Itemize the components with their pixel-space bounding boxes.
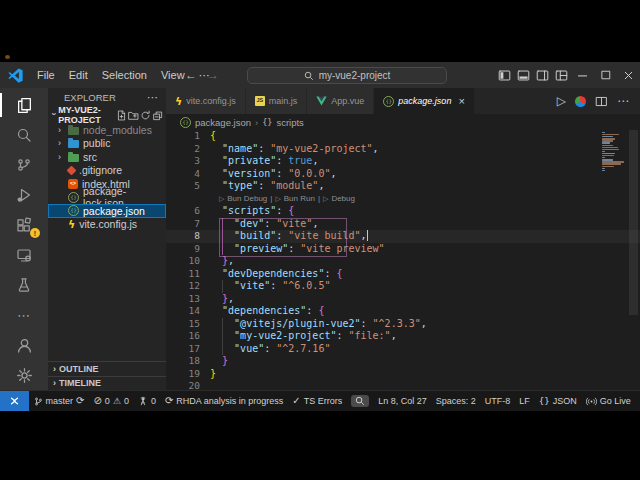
node_modules-icon <box>68 125 79 135</box>
activity-search[interactable] <box>0 120 48 150</box>
branch-icon <box>34 396 43 407</box>
status-branch[interactable]: master⟳ <box>29 391 89 411</box>
tab-close-icon[interactable]: × <box>458 96 464 107</box>
activity-accounts[interactable] <box>0 330 48 360</box>
text-cursor <box>367 230 368 241</box>
code-line-7: 7 "dev": "vite", <box>166 218 640 231</box>
codelens-run-icon: ▷ <box>275 193 280 206</box>
go-live-icon <box>586 396 597 407</box>
tabs: ϟvite.config.jsJSmain.jsApp.vue{}package… <box>166 88 475 114</box>
new-file-icon[interactable] <box>116 110 127 121</box>
activity-extensions[interactable]: ! <box>0 210 48 240</box>
run-file-icon[interactable]: ▷ <box>557 95 566 107</box>
.gitignore-icon <box>68 167 75 174</box>
codelens-item: Bun Run <box>284 193 315 206</box>
menu-selection[interactable]: Selection <box>95 69 154 81</box>
status-cursor-position[interactable]: Ln 8, Col 27 <box>374 391 432 411</box>
tab-main.js[interactable]: JSmain.js <box>246 88 308 114</box>
codelens-separator: | <box>318 193 320 206</box>
status-remote[interactable] <box>0 391 29 411</box>
activity-more-actions[interactable]: ⋯ <box>0 300 48 330</box>
vite.config.js-icon: ϟ <box>68 219 75 230</box>
explorer-more-icon[interactable]: ⋯ <box>147 91 158 104</box>
tab-vite.config.js[interactable]: ϟvite.config.js <box>166 88 246 114</box>
activity-source-control[interactable] <box>0 150 48 180</box>
open-in-browser-icon[interactable] <box>575 96 586 107</box>
vite.config.js-icon: ϟ <box>175 96 182 107</box>
split-editor-icon[interactable] <box>595 95 608 108</box>
tab-App.vue[interactable]: App.vue <box>307 88 374 114</box>
section-label: TIMELINE <box>59 378 101 388</box>
status-ports[interactable]: 0 <box>133 391 160 411</box>
search-icon <box>16 127 32 143</box>
file-vite.config.js[interactable]: ϟvite.config.js <box>48 218 166 232</box>
breadcrumb[interactable]: {}package.json›{}scripts <box>166 114 640 130</box>
tab-package.json[interactable]: {}package.json× <box>374 88 474 114</box>
file-package-lock.json[interactable]: {}package-lock.json <box>48 191 166 205</box>
line-number: 17 <box>166 343 200 356</box>
nav-back-icon[interactable]: ← <box>185 68 197 82</box>
toggle-panel-icon[interactable] <box>514 62 533 88</box>
line-number: 9 <box>166 243 200 256</box>
activity-remote-explorer[interactable] <box>0 240 48 270</box>
section-outline[interactable]: ›OUTLINE <box>48 361 166 376</box>
testing-icon <box>16 277 32 293</box>
line-number: 15 <box>166 318 200 331</box>
codelens-item: Debug <box>331 193 355 206</box>
command-center-search[interactable]: my-vue2-project <box>247 67 447 84</box>
line-number: 7 <box>166 218 200 231</box>
status-ts-errors[interactable]: ✓TS Errors <box>288 391 347 411</box>
editor-scrollbar[interactable] <box>626 130 640 390</box>
project-name: MY-VUE2-PROJECT <box>58 105 114 125</box>
activity-manage[interactable] <box>0 360 48 390</box>
status-encoding[interactable]: UTF-8 <box>480 391 515 411</box>
minimap[interactable] <box>602 132 626 174</box>
file-.gitignore[interactable]: .gitignore <box>48 164 166 178</box>
status-rhda[interactable]: ⟳RHDA analysis in progress <box>160 391 287 411</box>
collapse-folders-icon[interactable] <box>152 110 163 121</box>
tab-label: package.json <box>398 96 451 106</box>
code-line-14: 14 "dependencies": { <box>166 305 640 318</box>
status-eol[interactable]: LF <box>515 391 535 411</box>
toggle-primary-sidebar-icon[interactable] <box>495 62 514 88</box>
menu-file[interactable]: File <box>30 69 62 81</box>
status-language-mode[interactable]: {}JSON <box>534 391 581 411</box>
more-editor-actions-icon[interactable]: ⋯ <box>617 95 630 107</box>
status-problems[interactable]: ⊘0⚠0 <box>89 391 134 411</box>
section-timeline[interactable]: ›TIMELINE <box>48 376 166 391</box>
status-indentation[interactable]: Spaces: 2 <box>431 391 480 411</box>
window-maximize-icon[interactable] <box>594 62 617 88</box>
status-feedback[interactable] <box>635 391 640 411</box>
project-section-header[interactable]: › MY-VUE2-PROJECT <box>48 107 166 123</box>
run-and-debug-icon <box>16 187 32 203</box>
window-close-icon[interactable] <box>617 62 640 88</box>
line-number: 6 <box>166 205 200 218</box>
status-zoom-indicator[interactable] <box>347 391 374 411</box>
activity-explorer[interactable] <box>0 90 48 120</box>
codelens[interactable]: ▷Bun Debug | ▷Bun Run | ▷Debug <box>166 193 640 206</box>
file-node_modules[interactable]: ›node_modules <box>48 123 166 137</box>
activity-run-and-debug[interactable] <box>0 180 48 210</box>
status-go-live[interactable]: Go Live <box>581 391 635 411</box>
problems-2-icon: ⚠ <box>113 397 121 406</box>
line-number: 5 <box>166 180 200 193</box>
explorer-actions <box>116 110 163 121</box>
code-editor[interactable]: 1{2 "name": "my-vue2-project",3 "private… <box>166 130 640 390</box>
new-folder-icon[interactable] <box>128 110 139 121</box>
code-line-2: 2 "name": "my-vue2-project", <box>166 143 640 156</box>
code-line-13: 13 }, <box>166 293 640 306</box>
code-line-16: 16 "my-vue2-project": "file:", <box>166 330 640 343</box>
window-minimize-icon[interactable] <box>571 62 594 88</box>
refresh-explorer-icon[interactable] <box>140 110 151 121</box>
nav-forward-icon[interactable]: → <box>207 68 219 82</box>
file-public[interactable]: ›public <box>48 137 166 151</box>
customize-layout-icon[interactable] <box>552 62 571 88</box>
activity-testing[interactable] <box>0 270 48 300</box>
toggle-secondary-sidebar-icon[interactable] <box>533 62 552 88</box>
problems-icon: ⊘ <box>93 396 101 406</box>
scrollbar-thumb[interactable] <box>629 130 638 315</box>
menu-edit[interactable]: Edit <box>62 69 95 81</box>
file-src[interactable]: ›src <box>48 150 166 164</box>
editor-group: ϟvite.config.jsJSmain.jsApp.vue{}package… <box>166 88 640 390</box>
file-package.json[interactable]: {}package.json <box>48 204 166 218</box>
